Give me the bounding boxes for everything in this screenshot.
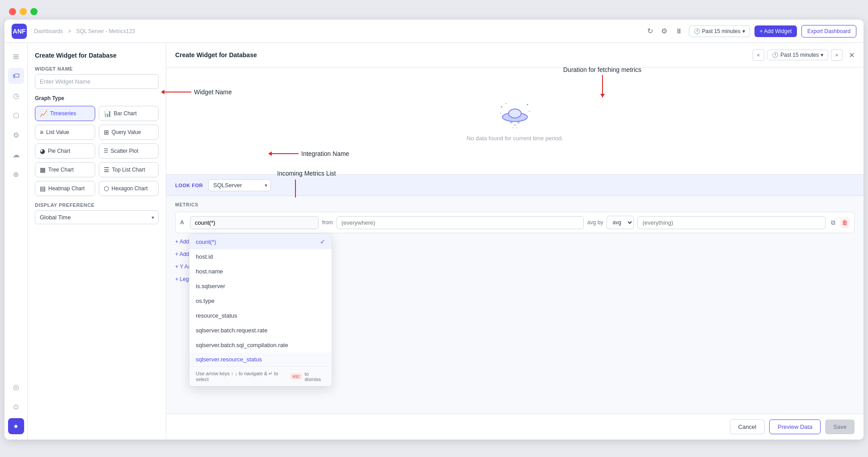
chart-area: No data found for current time period. bbox=[166, 67, 864, 175]
look-for-bar: LOOK FOR SQLServer MySQL PostgreSQL bbox=[166, 175, 864, 196]
treechart-icon: ▦ bbox=[40, 166, 46, 173]
sidebar-item-hex[interactable]: ⬡ bbox=[8, 107, 24, 123]
esc-key: esc bbox=[291, 373, 302, 379]
add-widget-button[interactable]: + Add Widget bbox=[754, 25, 797, 37]
graph-type-label: Graph Type bbox=[35, 95, 159, 101]
from-label: from bbox=[322, 219, 333, 226]
top-nav: ANF Dashboards > SQL Server - Metrics123… bbox=[4, 20, 864, 43]
autocomplete-item-6[interactable]: sqlserver.batch.request.rate bbox=[190, 323, 332, 338]
queryvalue-icon: ⊞ bbox=[104, 129, 109, 136]
graph-type-grid: 📈 Timeseries 📊 Bar Chart ≡ List Value ⊞ … bbox=[35, 106, 159, 196]
graph-type-toplistchart[interactable]: ☰ Top List Chart bbox=[99, 162, 159, 177]
graph-type-queryvalue[interactable]: ⊞ Query Value bbox=[99, 125, 159, 140]
chevron-down-small-icon: ▾ bbox=[821, 52, 823, 58]
graph-type-timeseries[interactable]: 📈 Timeseries bbox=[35, 106, 95, 121]
sidebar-item-add[interactable]: ⊕ bbox=[8, 166, 24, 182]
autocomplete-item-7[interactable]: sqlserver.batch.sql_compilation.rate bbox=[190, 338, 332, 352]
metrics-row-a: A count(*) ✓ host.id bbox=[175, 212, 855, 233]
create-widget-title: Create Widget for Database bbox=[175, 51, 257, 59]
sidebar-item-grid[interactable]: ⊞ bbox=[8, 48, 24, 64]
sidebar-item-cloud[interactable]: ☁ bbox=[8, 147, 24, 163]
svg-point-1 bbox=[509, 109, 521, 118]
display-preference-select[interactable]: Global Time Local Time UTC bbox=[35, 210, 159, 224]
autocomplete-hint: Use arrow keys ↑ ↓ to navigate & ↵ to se… bbox=[190, 366, 332, 386]
close-panel-button[interactable]: ✕ bbox=[849, 51, 855, 59]
graph-type-treechart[interactable]: ▦ Tree Chart bbox=[35, 162, 95, 177]
maximize-button[interactable] bbox=[30, 8, 38, 15]
time-select-button[interactable]: 🕐 Past 15 minutes ▾ bbox=[767, 50, 828, 60]
no-data-text: No data found for current time period. bbox=[467, 135, 563, 142]
graph-type-heatmapchart[interactable]: ▤ Heatmap Chart bbox=[35, 181, 95, 196]
sidebar-item-settings[interactable]: ⚙ bbox=[8, 127, 24, 143]
graph-type-barchart[interactable]: 📊 Bar Chart bbox=[99, 106, 159, 121]
piechart-icon: ◕ bbox=[40, 147, 45, 155]
settings-button[interactable]: ⚙ bbox=[659, 25, 669, 37]
query-area: LOOK FOR SQLServer MySQL PostgreSQL METR… bbox=[166, 175, 864, 414]
metrics-section: METRICS A count(*) ✓ bbox=[166, 196, 864, 290]
delete-row-button[interactable]: 🗑 bbox=[840, 217, 850, 228]
preview-data-button[interactable]: Preview Data bbox=[769, 419, 821, 434]
sidebar-item-target[interactable]: ◎ bbox=[8, 379, 24, 395]
autocomplete-item-2[interactable]: host.name bbox=[190, 264, 332, 279]
autocomplete-item-4[interactable]: os.type bbox=[190, 293, 332, 308]
svg-point-10 bbox=[500, 113, 501, 114]
display-preference-label: Display Preference bbox=[35, 202, 159, 208]
avg-by-select[interactable]: avg sum min max bbox=[607, 216, 634, 229]
clock-icon-small: 🕐 bbox=[772, 52, 779, 58]
save-button[interactable]: Save bbox=[825, 419, 855, 434]
pause-button[interactable]: ⏸ bbox=[674, 25, 684, 37]
autocomplete-item-1[interactable]: host.id bbox=[190, 249, 332, 264]
time-next-button[interactable]: » bbox=[831, 49, 843, 61]
everything-input[interactable] bbox=[637, 216, 826, 229]
create-widget-header: Create Widget for Database « 🕐 Past 15 m… bbox=[166, 43, 864, 67]
metrics-label: METRICS bbox=[175, 202, 855, 207]
breadcrumb: Dashboards > SQL Server - Metrics123 bbox=[32, 28, 640, 34]
sidebar-item-tag[interactable]: 🏷 bbox=[8, 68, 24, 84]
sidebar-item-time[interactable]: ◷ bbox=[8, 88, 24, 104]
svg-point-9 bbox=[529, 111, 530, 112]
minimize-button[interactable] bbox=[20, 8, 27, 15]
from-input[interactable] bbox=[337, 216, 584, 229]
chevron-down-icon: ▾ bbox=[742, 28, 745, 34]
sidebar-item-dot[interactable]: ● bbox=[8, 418, 24, 434]
metric-function-input[interactable] bbox=[190, 216, 319, 229]
copy-row-button[interactable]: ⧉ bbox=[829, 217, 837, 228]
graph-type-listvalue[interactable]: ≡ List Value bbox=[35, 125, 95, 140]
sidebar: ⊞ 🏷 ◷ ⬡ ⚙ ☁ ⊕ ◎ ⊙ ● bbox=[4, 43, 28, 440]
ufo-illustration bbox=[497, 100, 533, 131]
listvalue-icon: ≡ bbox=[40, 129, 43, 136]
panel-title: Create Widget for Database bbox=[35, 52, 159, 59]
timeseries-icon: 📈 bbox=[40, 110, 47, 117]
svg-point-4 bbox=[518, 122, 520, 124]
hexagonchart-icon: ⬡ bbox=[104, 185, 109, 192]
refresh-button[interactable]: ↻ bbox=[645, 25, 655, 37]
graph-type-piechart[interactable]: ◕ Pie Chart bbox=[35, 143, 95, 159]
svg-point-8 bbox=[527, 104, 528, 105]
cancel-button[interactable]: Cancel bbox=[730, 419, 765, 434]
avg-by-label: avg by bbox=[587, 219, 603, 226]
integration-select[interactable]: SQLServer MySQL PostgreSQL bbox=[208, 179, 271, 191]
svg-point-3 bbox=[514, 124, 516, 126]
logo: ANF bbox=[12, 24, 27, 39]
scatterplot-icon: ⠿ bbox=[104, 147, 108, 155]
graph-type-scatterplot[interactable]: ⠿ Scatter Plot bbox=[99, 143, 159, 159]
row-letter-a: A bbox=[180, 219, 186, 226]
time-range-button[interactable]: 🕐 Past 15 minutes ▾ bbox=[689, 25, 750, 37]
clock-icon: 🕐 bbox=[694, 28, 700, 34]
close-button[interactable] bbox=[9, 8, 16, 15]
graph-type-hexagonchart[interactable]: ⬡ Hexagon Chart bbox=[99, 181, 159, 196]
widget-name-input[interactable] bbox=[35, 74, 159, 89]
svg-point-5 bbox=[513, 127, 514, 129]
footer-bar: Cancel Preview Data Save bbox=[166, 414, 864, 440]
export-dashboard-button[interactable]: Export Dashboard bbox=[801, 25, 856, 38]
time-prev-button[interactable]: « bbox=[753, 49, 764, 61]
autocomplete-item-5[interactable]: resource_status bbox=[190, 308, 332, 323]
heatmapchart-icon: ▤ bbox=[40, 185, 46, 192]
autocomplete-dropdown: count(*) ✓ host.id host.name bbox=[189, 234, 332, 386]
sidebar-item-circle[interactable]: ⊙ bbox=[8, 398, 24, 415]
svg-point-6 bbox=[516, 127, 518, 129]
barchart-icon: 📊 bbox=[104, 110, 111, 117]
autocomplete-item-0[interactable]: count(*) ✓ bbox=[190, 234, 332, 249]
widget-name-label: Widget Name bbox=[35, 66, 159, 71]
autocomplete-item-3[interactable]: is.sqlserver bbox=[190, 279, 332, 293]
